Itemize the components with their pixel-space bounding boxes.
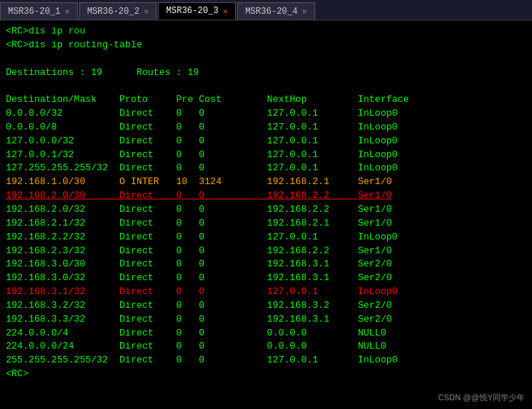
table-header: Destination/Mask Proto Pre Cost NextHop …	[6, 93, 526, 107]
terminal-wrapper: <RC>dis ip rou<RC>dis ip routing-tableDe…	[0, 20, 532, 409]
tab-label: MSR36-20_4	[245, 7, 298, 17]
prompt-line: <RC>	[6, 368, 526, 381]
table-row: 192.168.3.2/32 Direct 0 0 192.168.3.2 Se…	[6, 299, 526, 313]
tab-bar: MSR36-20_1✕MSR36-20_2✕MSR36-20_3✕MSR36-2…	[0, 0, 532, 20]
summary-line: Destinations : 19 Routes : 19	[6, 66, 526, 80]
table-row: 224.0.0.0/24 Direct 0 0 0.0.0.0 NULL0	[6, 340, 526, 354]
table-row: 192.168.2.2/32 Direct 0 0 127.0.0.1 InLo…	[6, 231, 526, 245]
tab-label: MSR36-20_1	[8, 7, 60, 17]
table-row: 127.255.255.255/32 Direct 0 0 127.0.0.1 …	[6, 162, 526, 175]
tab-close-icon[interactable]: ✕	[65, 7, 70, 16]
table-row: 192.168.3.3/32 Direct 0 0 192.168.3.1 Se…	[6, 313, 526, 327]
table-row: 192.168.2.0/30 Direct 0 0 192.168.2.2 Se…	[6, 189, 526, 203]
table-row: 0.0.0.0/32 Direct 0 0 127.0.0.1 InLoop0	[6, 107, 526, 121]
table-row: 192.168.2.3/32 Direct 0 0 192.168.2.2 Se…	[6, 245, 526, 258]
table-row: 0.0.0.0/8 Direct 0 0 127.0.0.1 InLoop0	[6, 121, 526, 135]
tab-MSR36-20_2[interactable]: MSR36-20_2✕	[79, 2, 157, 20]
table-row: 192.168.1.0/30 O INTER 10 3124 192.168.2…	[6, 175, 526, 189]
command-line: <RC>dis ip routing-table	[6, 39, 526, 52]
tab-MSR36-20_1[interactable]: MSR36-20_1✕	[0, 2, 78, 20]
table-row: 127.0.0.1/32 Direct 0 0 127.0.0.1 InLoop…	[6, 148, 526, 162]
table-row: 192.168.3.1/32 Direct 0 0 127.0.0.1 InLo…	[6, 285, 526, 299]
table-row: 127.0.0.0/32 Direct 0 0 127.0.0.1 InLoop…	[6, 135, 526, 148]
tab-MSR36-20_4[interactable]: MSR36-20_4✕	[237, 2, 315, 20]
table-row: 192.168.2.1/32 Direct 0 0 192.168.2.1 Se…	[6, 217, 526, 231]
tab-label: MSR36-20_3	[166, 6, 218, 16]
tab-MSR36-20_3[interactable]: MSR36-20_3✕	[158, 2, 236, 20]
command-line: <RC>dis ip rou	[6, 25, 526, 39]
table-row: 255.255.255.255/32 Direct 0 0 127.0.0.1 …	[6, 354, 526, 368]
tab-close-icon[interactable]: ✕	[302, 7, 307, 16]
table-row: 192.168.3.0/30 Direct 0 0 192.168.3.1 Se…	[6, 258, 526, 271]
tab-label: MSR36-20_2	[87, 7, 140, 17]
tab-close-icon[interactable]: ✕	[144, 7, 149, 16]
table-row: 192.168.2.0/32 Direct 0 0 192.168.2.2 Se…	[6, 203, 526, 217]
watermark: CSDN @@悦Y同学少年	[438, 392, 525, 403]
table-row: 192.168.3.0/32 Direct 0 0 192.168.3.1 Se…	[6, 271, 526, 285]
tab-close-icon[interactable]: ✕	[223, 7, 228, 16]
table-row: 224.0.0.0/4 Direct 0 0 0.0.0.0 NULL0	[6, 327, 526, 341]
terminal: <RC>dis ip rou<RC>dis ip routing-tableDe…	[0, 20, 532, 409]
